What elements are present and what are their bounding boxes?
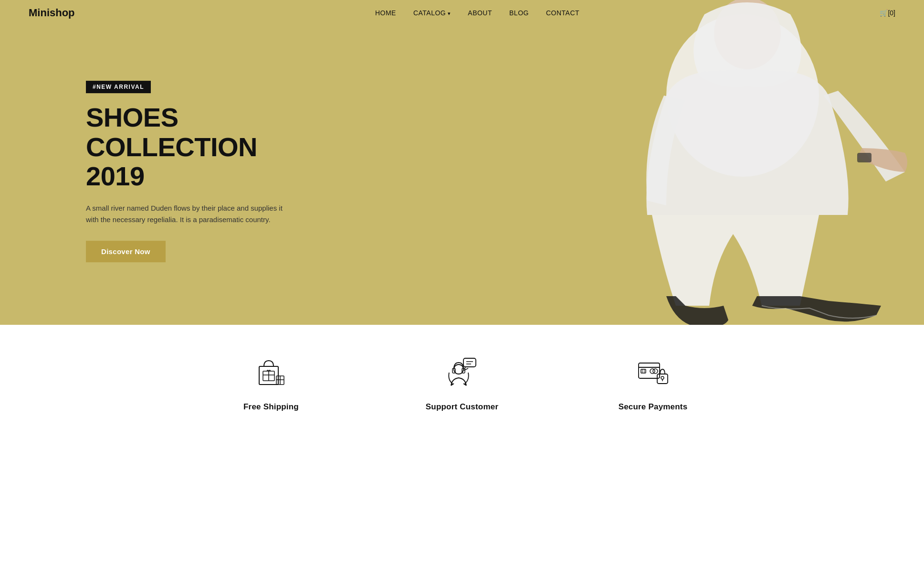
feature-free-shipping: Free Shipping — [176, 353, 367, 412]
feature-free-shipping-label: Free Shipping — [243, 402, 299, 412]
nav-links: HOME CATALOG ABOUT BLOG CONTACT — [375, 9, 579, 17]
hero-model-image — [494, 0, 924, 325]
feature-support-customer: Support Customer — [367, 353, 557, 412]
feature-support-customer-label: Support Customer — [426, 402, 498, 412]
cart-icon[interactable]: 🛒[0] — [880, 9, 895, 17]
svg-point-24 — [661, 376, 664, 379]
nav-item-contact[interactable]: CONTACT — [546, 9, 579, 17]
hero-content: #NEW ARRIVAL SHOES COLLECTION 2019 A sma… — [86, 81, 353, 262]
svg-rect-18 — [641, 369, 646, 373]
svg-point-22 — [653, 369, 658, 374]
feature-secure-payments: Secure Payments — [557, 353, 748, 412]
hero-title: SHOES COLLECTION 2019 — [86, 103, 353, 191]
svg-rect-10 — [463, 358, 476, 367]
navbar: Minishop HOME CATALOG ABOUT BLOG CONTACT… — [0, 0, 924, 26]
shipping-bag-icon — [252, 353, 290, 392]
hero-description: A small river named Duden flows by their… — [86, 203, 296, 225]
svg-rect-2 — [857, 153, 872, 162]
hero-section: #NEW ARRIVAL SHOES COLLECTION 2019 A sma… — [0, 0, 924, 325]
feature-secure-payments-label: Secure Payments — [619, 402, 688, 412]
svg-rect-16 — [639, 363, 660, 378]
svg-rect-23 — [657, 374, 668, 384]
site-logo[interactable]: Minishop — [29, 7, 75, 19]
nav-item-catalog[interactable]: CATALOG — [413, 9, 451, 17]
nav-item-home[interactable]: HOME — [375, 9, 396, 17]
discover-now-button[interactable]: Discover Now — [86, 241, 166, 262]
support-headset-icon — [443, 353, 481, 392]
hero-tag: #NEW ARRIVAL — [86, 81, 151, 93]
nav-item-about[interactable]: ABOUT — [468, 9, 492, 17]
secure-payment-icon — [634, 353, 672, 392]
nav-item-blog[interactable]: BLOG — [509, 9, 529, 17]
features-section: Free Shipping — [0, 325, 924, 450]
